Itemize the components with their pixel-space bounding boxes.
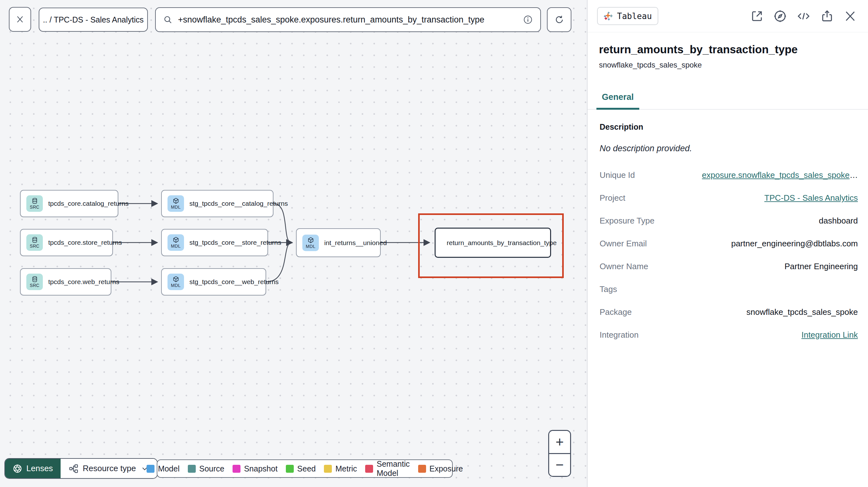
graph-node-stg-store-returns[interactable]: MDL stg_tpcds_core__store_returns	[161, 229, 268, 256]
graph-node-source-web-returns[interactable]: SRC tpcds_core.web_returns	[20, 268, 111, 295]
lineage-canvas[interactable]: SRC tpcds_core.catalog_returns MDL stg_t…	[0, 0, 587, 487]
zoom-out-button[interactable]: −	[549, 454, 570, 476]
model-swatch	[147, 465, 155, 473]
lineage-toolbar: Lenses Resource type	[4, 458, 158, 479]
legend-item-metric: Metric	[324, 464, 357, 474]
row-integration: Integration Integration Link	[599, 323, 858, 346]
row-exposure-type: Exposure Type dashboard	[599, 209, 858, 232]
node-label: stg_tpcds_core__store_returns	[189, 239, 281, 246]
cube-icon	[173, 197, 179, 204]
panel-actions	[750, 9, 857, 23]
graph-node-exposure-return-amounts[interactable]: return_amounts_by_transaction_type	[435, 228, 551, 258]
open-in-new-icon[interactable]	[750, 9, 764, 23]
graph-node-source-catalog-returns[interactable]: SRC tpcds_core.catalog_returns	[20, 190, 118, 217]
description-value: No description provided.	[599, 143, 858, 154]
node-label: return_amounts_by_transaction_type	[447, 239, 557, 247]
semantic-model-swatch	[365, 465, 373, 473]
cube-icon	[173, 236, 179, 243]
node-label: tpcds_core.web_returns	[48, 278, 119, 286]
source-badge: SRC	[26, 234, 43, 251]
package-subtitle: snowflake_tpcds_sales_spoke	[599, 61, 857, 69]
resource-type-icon	[69, 464, 79, 474]
panel-body: Description No description provided. Uni…	[588, 110, 868, 346]
refresh-icon	[554, 14, 564, 25]
search-input[interactable]	[178, 15, 518, 25]
source-badge: SRC	[26, 273, 43, 290]
model-badge: MDL	[167, 234, 184, 251]
graph-node-int-returns-unioned[interactable]: MDL int_returns__unioned	[296, 228, 381, 257]
details-rows: Unique Id exposure.snowflake_tpcds_sales…	[599, 164, 858, 346]
source-swatch	[188, 465, 196, 473]
node-label: stg_tpcds_core__catalog_returns	[189, 200, 288, 207]
tableau-icon	[603, 11, 613, 21]
details-panel-header: Tableau	[588, 0, 868, 32]
snapshot-swatch	[232, 465, 241, 473]
close-icon[interactable]	[843, 9, 857, 23]
zoom-in-button[interactable]: +	[549, 431, 570, 454]
row-owner-name: Owner Name Partner Engineering	[599, 255, 858, 278]
node-label: int_returns__unioned	[324, 239, 387, 247]
tableau-badge: Tableau	[597, 7, 658, 25]
cube-icon	[173, 276, 179, 283]
row-project: Project TPC-DS - Sales Analytics	[599, 187, 858, 209]
resource-type-dropdown[interactable]: Resource type	[61, 459, 157, 478]
integration-link[interactable]: Integration Link	[801, 330, 858, 339]
source-badge: SRC	[26, 195, 43, 212]
database-icon	[31, 197, 38, 204]
page-title: return_amounts_by_transaction_type	[599, 43, 857, 56]
cube-icon	[307, 237, 314, 244]
row-package: Package snowflake_tpcds_sales_spoke	[599, 300, 858, 323]
info-icon[interactable]	[523, 15, 533, 24]
legend-item-snapshot: Snapshot	[232, 464, 278, 474]
legend-item-seed: Seed	[286, 464, 316, 474]
zoom-controls: + −	[548, 430, 571, 477]
node-label: tpcds_core.catalog_returns	[48, 200, 128, 207]
tab-general[interactable]: General	[596, 92, 639, 110]
panel-tabs: General	[588, 92, 868, 110]
share-icon[interactable]	[820, 9, 834, 23]
database-icon	[31, 276, 38, 283]
graph-node-stg-catalog-returns[interactable]: MDL stg_tpcds_core__catalog_returns	[161, 190, 274, 217]
compass-icon[interactable]	[773, 9, 787, 23]
model-badge: MDL	[167, 195, 184, 212]
unique-id-link[interactable]: exposure.snowflake_tpcds_sales_spoke	[702, 170, 849, 180]
resource-type-legend: Model Source Snapshot Seed Metric Semant…	[157, 459, 453, 478]
seed-swatch	[286, 465, 294, 473]
legend-item-semantic-model: Semantic Model	[365, 459, 410, 478]
graph-node-stg-web-returns[interactable]: MDL stg_tpcds_core__web_returns	[161, 268, 266, 295]
legend-item-model: Model	[147, 464, 180, 474]
row-unique-id: Unique Id exposure.snowflake_tpcds_sales…	[599, 164, 858, 187]
lenses-button[interactable]: Lenses	[5, 459, 61, 478]
description-label: Description	[599, 122, 858, 132]
legend-item-source: Source	[188, 464, 224, 474]
lineage-search-bar[interactable]	[155, 7, 541, 32]
breadcrumb[interactable]: .. / TPC-DS - Sales Analytics	[39, 8, 148, 32]
close-icon	[16, 15, 24, 24]
aperture-icon	[13, 464, 22, 474]
exposure-swatch	[418, 465, 426, 473]
search-icon	[163, 15, 172, 24]
row-tags: Tags	[599, 278, 858, 300]
node-label: stg_tpcds_core__web_returns	[189, 278, 279, 286]
node-label: tpcds_core.store_returns	[48, 239, 122, 246]
project-link[interactable]: TPC-DS - Sales Analytics	[764, 193, 858, 203]
metric-swatch	[324, 465, 332, 473]
code-icon[interactable]	[796, 9, 811, 23]
close-lineage-button[interactable]	[9, 7, 31, 32]
model-badge: MDL	[302, 235, 319, 251]
row-owner-email: Owner Email partner_engineering@dbtlabs.…	[599, 232, 858, 255]
database-icon	[31, 236, 38, 243]
details-panel: Tableau	[587, 0, 868, 487]
model-badge: MDL	[167, 273, 184, 290]
refresh-lineage-button[interactable]	[547, 7, 571, 32]
graph-node-source-store-returns[interactable]: SRC tpcds_core.store_returns	[20, 229, 113, 256]
legend-item-exposure: Exposure	[418, 464, 463, 474]
